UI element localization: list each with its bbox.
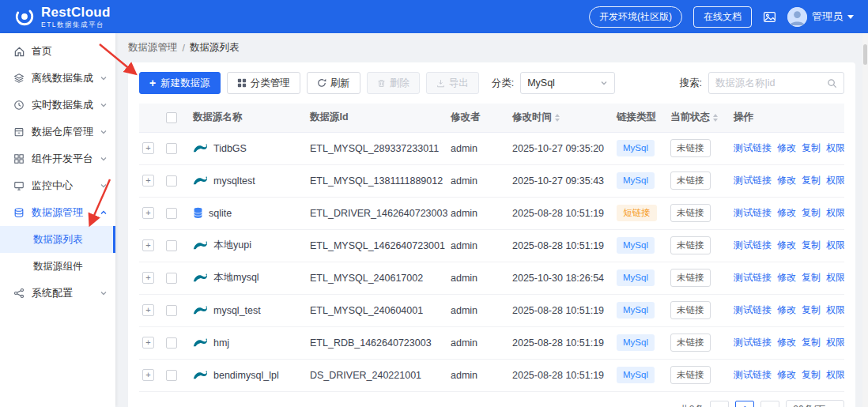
- action-test-connection-link[interactable]: 测试链接: [734, 175, 772, 186]
- sidebar-item-component-dev-platform[interactable]: 组件开发平台: [0, 145, 115, 172]
- sort-icon[interactable]: [713, 114, 718, 122]
- editor-name: admin: [451, 370, 477, 381]
- action-edit-link[interactable]: 修改: [777, 369, 796, 380]
- datasource-name: 本地yupi: [213, 239, 251, 252]
- action-edit-link[interactable]: 修改: [777, 142, 796, 153]
- export-icon: [436, 79, 445, 88]
- sort-icon[interactable]: [555, 114, 560, 122]
- action-copy-link[interactable]: 复制: [802, 369, 821, 380]
- action-permission-link[interactable]: 权限: [826, 207, 844, 218]
- action-test-connection-link[interactable]: 测试链接: [734, 272, 772, 283]
- action-copy-link[interactable]: 复制: [802, 175, 821, 186]
- action-test-connection-link[interactable]: 测试链接: [734, 304, 772, 315]
- action-edit-link[interactable]: 修改: [777, 304, 796, 315]
- search-input[interactable]: [715, 77, 822, 89]
- sidebar-subitem-label: 数据源组件: [33, 260, 83, 273]
- table-row: + sqlite ETL_DRIVER_1462640723003 admin …: [139, 197, 844, 229]
- action-copy-link[interactable]: 复制: [802, 272, 821, 283]
- row-checkbox[interactable]: [166, 273, 177, 284]
- action-permission-link[interactable]: 权限: [826, 272, 844, 283]
- action-edit-link[interactable]: 修改: [777, 175, 796, 186]
- action-permission-link[interactable]: 权限: [826, 239, 844, 251]
- current-page[interactable]: 1: [735, 401, 754, 407]
- env-button[interactable]: 开发环境(社区版): [589, 6, 682, 28]
- page-size-select[interactable]: 20条/页: [786, 400, 844, 407]
- new-datasource-button[interactable]: + 新建数据源: [139, 72, 221, 94]
- next-page-button[interactable]: ›: [760, 401, 779, 407]
- expand-row-button[interactable]: +: [142, 369, 154, 381]
- chevron-up-icon: [100, 209, 108, 217]
- action-edit-link[interactable]: 修改: [777, 272, 796, 283]
- expand-row-button[interactable]: +: [142, 207, 154, 219]
- action-permission-link[interactable]: 权限: [826, 304, 844, 315]
- row-checkbox[interactable]: [166, 240, 177, 251]
- breadcrumb-separator: /: [183, 43, 185, 54]
- expand-row-button[interactable]: +: [142, 175, 154, 187]
- row-checkbox[interactable]: [166, 143, 177, 154]
- datasource-id: ETL_MYSQL_240617002: [310, 273, 423, 284]
- refresh-button[interactable]: 刷新: [307, 72, 360, 94]
- action-copy-link[interactable]: 复制: [802, 142, 821, 153]
- expand-row-button[interactable]: +: [142, 304, 154, 316]
- avatar: [787, 7, 807, 27]
- sidebar-item-data-warehouse-management[interactable]: 数据仓库管理: [0, 119, 115, 145]
- row-checkbox[interactable]: [166, 337, 177, 349]
- expand-row-button[interactable]: +: [142, 272, 154, 284]
- row-checkbox[interactable]: [166, 370, 177, 381]
- sidebar-subitem-datasource-list[interactable]: 数据源列表: [0, 226, 115, 253]
- search-icon[interactable]: [827, 78, 837, 89]
- action-edit-link[interactable]: 修改: [777, 337, 796, 348]
- sidebar-item-datasource-management[interactable]: 数据源管理: [0, 199, 115, 226]
- expand-row-button[interactable]: +: [142, 142, 154, 154]
- action-edit-link[interactable]: 修改: [777, 207, 796, 218]
- top-header: RestCloud ETL数据集成平台 开发环境(社区版) 在线文档 管理员: [0, 0, 868, 33]
- column-header-editor: 修改者: [447, 104, 509, 132]
- breadcrumb-item[interactable]: 数据源管理: [128, 41, 178, 55]
- action-test-connection-link[interactable]: 测试链接: [734, 239, 772, 251]
- category-manage-button[interactable]: 分类管理: [227, 72, 300, 94]
- action-copy-link[interactable]: 复制: [802, 304, 821, 315]
- export-button[interactable]: 导出: [426, 72, 479, 94]
- sidebar-item-offline-data-integration[interactable]: 离线数据集成: [0, 65, 115, 92]
- action-permission-link[interactable]: 权限: [826, 142, 844, 153]
- action-permission-link[interactable]: 权限: [826, 369, 844, 380]
- action-test-connection-link[interactable]: 测试链接: [734, 207, 772, 218]
- table-head-row: 数据源名称数据源Id修改者修改时间链接类型当前状态操作: [139, 104, 844, 132]
- chevron-down-icon: [100, 289, 108, 297]
- action-copy-link[interactable]: 复制: [802, 337, 821, 348]
- page-scrollbar[interactable]: [862, 33, 868, 407]
- category-select[interactable]: MySql: [520, 72, 615, 94]
- user-menu[interactable]: 管理员: [787, 7, 854, 27]
- action-test-connection-link[interactable]: 测试链接: [734, 369, 772, 380]
- online-docs-button[interactable]: 在线文档: [693, 6, 752, 28]
- image-icon[interactable]: [763, 10, 776, 24]
- select-all-checkbox[interactable]: [166, 112, 177, 123]
- action-copy-link[interactable]: 复制: [802, 207, 821, 218]
- action-permission-link[interactable]: 权限: [826, 337, 844, 348]
- datasource-id: ETL_MYSQL_289337233011: [310, 143, 439, 154]
- column-header-time[interactable]: 修改时间: [509, 104, 613, 132]
- prev-page-button[interactable]: ‹: [710, 401, 729, 407]
- row-checkbox[interactable]: [166, 305, 177, 316]
- scrollbar-thumb[interactable]: [863, 44, 867, 65]
- action-test-connection-link[interactable]: 测试链接: [734, 142, 772, 153]
- table-row: + hmj ETL_RDB_1462640723003 admin 2025-0…: [139, 326, 844, 359]
- sidebar-item-monitor-center[interactable]: 监控中心: [0, 172, 115, 199]
- row-checkbox[interactable]: [166, 208, 177, 219]
- action-copy-link[interactable]: 复制: [802, 239, 821, 251]
- sidebar-item-realtime-data-integration[interactable]: 实时数据集成: [0, 92, 115, 119]
- expand-row-button[interactable]: +: [142, 337, 154, 349]
- column-header-status[interactable]: 当前状态: [667, 104, 730, 132]
- expand-row-button[interactable]: +: [142, 239, 154, 251]
- delete-button[interactable]: 删除: [367, 72, 420, 94]
- sidebar-item-home[interactable]: 首页: [0, 38, 115, 65]
- sidebar-item-system-config[interactable]: 系统配置: [0, 280, 115, 307]
- row-checkbox[interactable]: [166, 175, 177, 187]
- action-permission-link[interactable]: 权限: [826, 175, 844, 186]
- category-label: 分类:: [492, 77, 514, 90]
- action-test-connection-link[interactable]: 测试链接: [734, 337, 772, 348]
- sidebar-subitem-datasource-components[interactable]: 数据源组件: [0, 253, 115, 280]
- editor-name: admin: [451, 175, 477, 187]
- action-edit-link[interactable]: 修改: [777, 239, 796, 251]
- home-icon: [13, 46, 25, 58]
